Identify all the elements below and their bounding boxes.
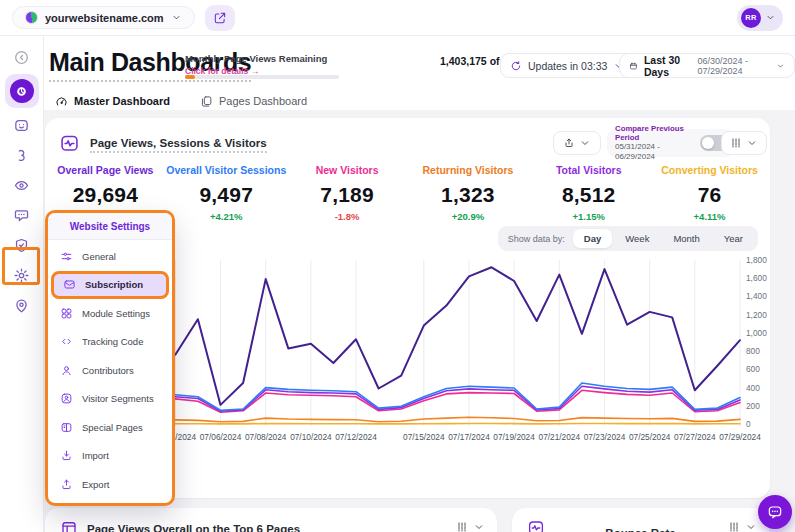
x-tick: 07/17/2024 <box>448 432 490 442</box>
x-tick: 07/21/2024 <box>539 432 581 442</box>
column-filter-icon <box>730 137 742 149</box>
calendar-icon <box>629 60 638 72</box>
website-settings-popup: Website Settings GeneralSubscriptionModu… <box>45 210 175 506</box>
menu-item-subscription[interactable]: Subscription <box>51 271 169 300</box>
compare-label: Compare Previous Period <box>615 124 694 142</box>
collapse-icon <box>13 49 30 66</box>
pages-icon <box>200 95 213 108</box>
mail-face-icon <box>13 117 30 134</box>
metric-label: Converting Visitors <box>649 164 770 176</box>
y-tick: 200 <box>746 401 760 411</box>
sidebar-item-audience[interactable] <box>7 172 37 198</box>
card-title: Page Views, Sessions & Visitors <box>90 137 267 153</box>
x-tick: 07/10/2024 <box>290 432 332 442</box>
person-icon <box>60 364 73 377</box>
y-tick: 800 <box>746 346 760 356</box>
monitor-wave-icon <box>59 133 80 154</box>
y-tick: 600 <box>746 364 760 374</box>
menu-item-label: Export <box>82 479 109 490</box>
metric-label: New Visitors <box>287 164 408 176</box>
dashboard-icon <box>15 85 28 98</box>
updates-label: Updates in 03:33 <box>528 60 607 72</box>
chat-icon <box>767 504 783 520</box>
user-menu[interactable]: RR <box>737 5 783 31</box>
active-indicator <box>10 79 34 103</box>
site-switcher[interactable]: yourwebsitename.com <box>12 6 195 29</box>
person-badge-icon <box>60 392 73 405</box>
tab-label: Master Dashboard <box>74 95 170 107</box>
metric-value: 1,323 <box>407 183 528 207</box>
topbar: yourwebsitename.com RR <box>0 0 795 36</box>
popup-menu: GeneralSubscriptionModule SettingsTracki… <box>48 240 172 501</box>
granularity-month[interactable]: Month <box>662 229 710 248</box>
export-menu-button[interactable] <box>553 131 601 155</box>
granularity-year[interactable]: Year <box>713 229 754 248</box>
range-dates: 06/30/2024 - 07/29/2024 <box>697 56 770 76</box>
chevron-down-icon <box>745 521 757 532</box>
menu-item-export[interactable]: Export <box>51 470 169 499</box>
eye-icon <box>13 177 30 194</box>
y-tick: 1,200 <box>746 310 767 320</box>
sliders-h-icon <box>60 250 73 263</box>
metric-new-visitors: New Visitors7,189-1.8% <box>287 164 408 222</box>
date-range-picker[interactable]: Last 30 Days 06/30/2024 - 07/29/2024 <box>619 53 795 78</box>
quota-progressbar <box>185 75 339 79</box>
sidebar-item-locations[interactable] <box>7 292 37 318</box>
x-tick: 07/25/2024 <box>629 432 671 442</box>
card-tools[interactable] <box>728 521 757 532</box>
split-pages-icon <box>60 421 73 434</box>
metric-overall-visitor-sessions: Overall Visitor Sessions9,497+4.21% <box>166 164 287 222</box>
menu-item-label: Import <box>82 450 109 461</box>
quota-label: Monthly Page Views Remaining <box>185 53 327 64</box>
menu-item-tracking-code[interactable]: Tracking Code <box>51 328 169 357</box>
code-icon <box>60 335 73 348</box>
y-tick: 400 <box>746 383 760 393</box>
sidebar-item-dashboards[interactable] <box>5 74 39 108</box>
y-tick: 1,400 <box>746 291 767 301</box>
export-icon <box>60 478 73 491</box>
y-tick: 0 <box>746 419 751 429</box>
support-chat-button[interactable] <box>758 495 792 529</box>
menu-item-label: Visitor Segments <box>82 393 154 404</box>
sidebar-item-collapse-nav[interactable] <box>7 44 37 70</box>
compare-previous-period: Compare Previous Period 05/31/2024 - 06/… <box>607 129 735 157</box>
x-tick: 07/15/2024 <box>403 432 445 442</box>
menu-item-special-pages[interactable]: Special Pages <box>51 413 169 442</box>
quota-progress-fill <box>185 75 195 79</box>
series-returning-visitors <box>85 417 740 422</box>
sidebar-item-inbox[interactable] <box>7 112 37 138</box>
chevron-down-icon <box>473 521 485 532</box>
sidebar-item-interactions[interactable] <box>7 142 37 168</box>
chevron-down-icon <box>171 12 182 23</box>
external-link-icon <box>213 11 227 25</box>
menu-item-import[interactable]: Import <box>51 442 169 471</box>
chart-options-button[interactable] <box>721 131 767 155</box>
metric-converting-visitors: Converting Visitors76+4.11% <box>649 164 770 222</box>
menu-item-label: Subscription <box>85 279 143 290</box>
menu-item-general[interactable]: General <box>51 242 169 271</box>
gauge-icon <box>55 95 68 108</box>
updates-dropdown[interactable]: Updates in 03:33 <box>500 53 635 78</box>
menu-item-visitor-segments[interactable]: Visitor Segments <box>51 385 169 414</box>
menu-item-label: Tracking Code <box>82 336 143 347</box>
show-data-by: Show data by: DayWeekMonthYear <box>498 226 758 251</box>
granularity-day[interactable]: Day <box>573 229 612 248</box>
card-title: Bounce Rate <box>605 527 675 532</box>
sidebar-item-feedback[interactable] <box>7 202 37 228</box>
open-site-button[interactable] <box>205 5 235 31</box>
series-overall-page-views <box>85 267 740 405</box>
card-tools[interactable] <box>456 521 485 532</box>
metric-returning-visitors: Returning Visitors1,323+20.9% <box>407 164 528 222</box>
browser-table-icon <box>60 519 78 532</box>
menu-item-module-settings[interactable]: Module Settings <box>51 299 169 328</box>
menu-item-contributors[interactable]: Contributors <box>51 356 169 385</box>
granularity-week[interactable]: Week <box>614 229 660 248</box>
metric-change: +4.11% <box>649 211 770 222</box>
chevron-down-icon <box>776 60 785 72</box>
metric-change: -1.8% <box>287 211 408 222</box>
pin-icon <box>13 297 30 314</box>
x-tick: 07/12/2024 <box>335 432 377 442</box>
column-filter-icon <box>728 521 740 532</box>
toggle-knob <box>702 137 714 149</box>
metric-label: Overall Visitor Sessions <box>166 164 287 176</box>
